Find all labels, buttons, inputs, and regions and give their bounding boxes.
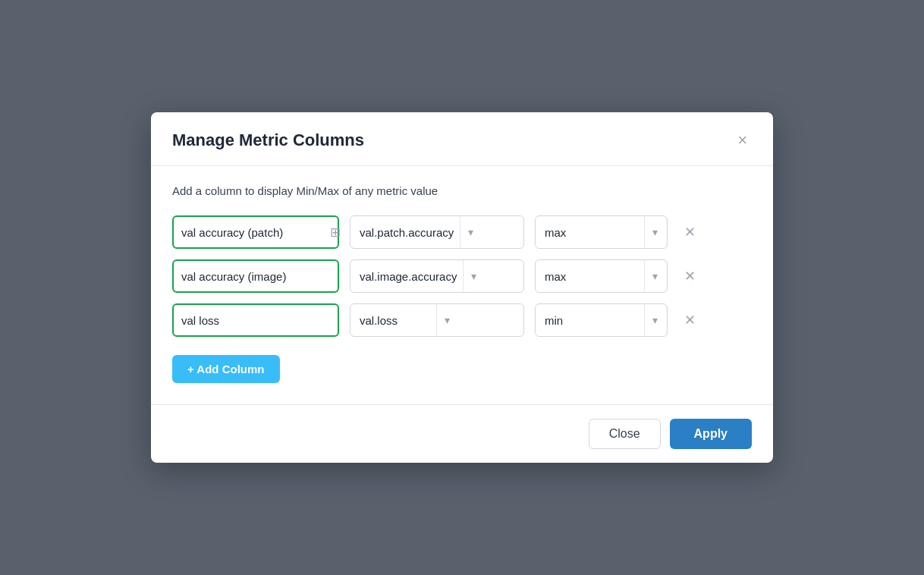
agg-dropdown-arrow-2: ▾ [644,260,658,292]
metric-key-value-3: val.loss [360,314,430,327]
column-name-input-wrapper[interactable]: ⊞ [172,215,339,249]
delete-row-button-2[interactable]: ✕ [678,266,702,286]
close-button[interactable]: Close [589,419,661,449]
column-name-input-wrapper-2[interactable] [172,259,339,293]
metric-key-dropdown-arrow-3: ▾ [436,304,515,336]
modal-footer: Close Apply [151,404,773,463]
agg-value-3: min [545,314,563,327]
metric-key-select-3[interactable]: val.loss ▾ [350,303,524,337]
agg-value-1: max [545,226,566,239]
agg-dropdown-arrow-1: ▾ [644,216,658,248]
metric-key-select-2[interactable]: val.image.accuracy ▾ [350,259,524,293]
column-name-input-2[interactable] [181,270,330,283]
agg-select-3[interactable]: min ▾ [535,303,668,337]
agg-value-2: max [545,270,566,283]
modal-overlay: Manage Metric Columns × Add a column to … [0,0,924,575]
metric-key-value-2: val.image.accuracy [360,270,457,283]
modal-subtitle: Add a column to display Min/Max of any m… [172,184,752,197]
agg-dropdown-arrow-3: ▾ [644,304,658,336]
column-name-input[interactable] [181,226,325,239]
metric-key-dropdown-arrow-2: ▾ [463,260,514,292]
metric-row: ⊞ val.patch.accuracy ▾ max ▾ ✕ [172,215,752,249]
metric-row: val.loss ▾ min ▾ ✕ [172,303,752,337]
apply-button[interactable]: Apply [670,419,752,449]
column-name-input-3[interactable] [181,314,330,327]
table-icon: ⊞ [330,225,341,240]
metric-key-select-1[interactable]: val.patch.accuracy ▾ [350,215,524,249]
close-modal-button[interactable]: × [733,130,752,150]
agg-select-1[interactable]: max ▾ [535,215,668,249]
modal-header: Manage Metric Columns × [151,112,773,166]
delete-row-button-3[interactable]: ✕ [678,310,702,330]
manage-metric-columns-modal: Manage Metric Columns × Add a column to … [151,112,773,463]
metric-key-dropdown-arrow-1: ▾ [460,216,514,248]
modal-body: Add a column to display Min/Max of any m… [151,166,773,404]
metric-row: val.image.accuracy ▾ max ▾ ✕ [172,259,752,293]
delete-row-button-1[interactable]: ✕ [678,222,702,242]
metric-rows-container: ⊞ val.patch.accuracy ▾ max ▾ ✕ [172,215,752,337]
agg-select-2[interactable]: max ▾ [535,259,668,293]
add-column-button[interactable]: + Add Column [172,355,280,383]
column-name-input-wrapper-3[interactable] [172,303,339,337]
metric-key-value-1: val.patch.accuracy [360,226,454,239]
modal-title: Manage Metric Columns [172,130,364,150]
